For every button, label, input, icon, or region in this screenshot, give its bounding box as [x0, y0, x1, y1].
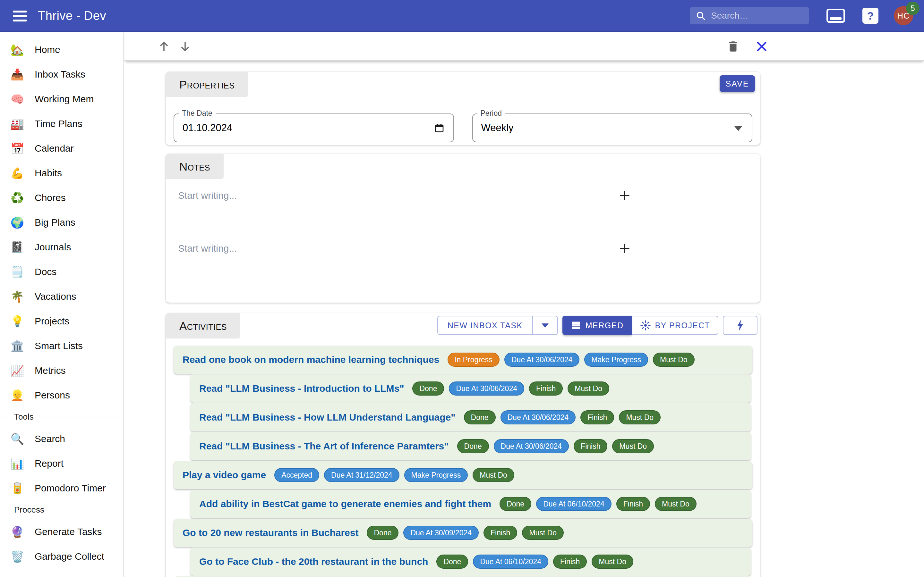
activity-title-link[interactable]: Add ability in BestCat game to generate … [199, 498, 491, 509]
badge-done: Done [412, 382, 444, 396]
view-merged-button[interactable]: MERGED [562, 316, 632, 335]
activity-title-link[interactable]: Go to Face Club - the 20th restaurant in… [199, 556, 428, 567]
muscle-icon: 💪 [10, 168, 25, 179]
chart-up-icon: 📈 [10, 365, 25, 376]
date-input[interactable] [183, 122, 399, 134]
activity-title-link[interactable]: Read "LLM Business - How LLM Understand … [199, 412, 456, 423]
badge-finish: Finish [529, 382, 563, 396]
sidebar-item-big-plans[interactable]: 🌍Big Plans [0, 210, 123, 235]
brain-icon: 🧠 [10, 93, 25, 105]
sidebar-item-chores[interactable]: ♻️Chores [0, 185, 123, 210]
badge-due-at-30-06-2024: Due At 30/06/2024 [504, 353, 580, 367]
sidebar-process-divider: Process [0, 505, 123, 515]
badge-must-do: Must Do [591, 554, 633, 569]
activity-row[interactable]: Read "LLM Business - Introduction to LLM… [190, 374, 751, 403]
badge-make-progress: Make Progress [404, 468, 468, 482]
sidebar-item-smart-lists[interactable]: 🏛️Smart Lists [0, 334, 123, 358]
note-placeholder[interactable]: Start writing... [178, 243, 237, 254]
sidebar-item-calendar[interactable]: 📅Calendar [0, 136, 123, 161]
sidebar-item-label: Smart Lists [35, 340, 83, 351]
activity-row[interactable]: Read one book on modern machine learning… [174, 346, 752, 374]
add-note-button[interactable] [618, 189, 632, 203]
home-icon: 🏡 [10, 44, 25, 55]
sidebar-item-pomodoro-timer[interactable]: 🥫Pomodoro Timer [0, 476, 123, 500]
sidebar-item-persons[interactable]: 👱Persons [0, 383, 123, 408]
activity-row[interactable]: Read "LLM Business - How LLM Understand … [190, 403, 751, 432]
search-input[interactable] [711, 11, 803, 21]
sidebar-process-section: 🔮Generate Tasks🗑️Garbage Collect [0, 519, 123, 569]
activity-title-link[interactable]: Play a video game [183, 470, 266, 480]
sidebar-item-inbox-tasks[interactable]: 📥Inbox Tasks [0, 62, 123, 87]
properties-card: Properties SAVE The Date [166, 72, 760, 145]
sidebar-item-journals[interactable]: 📓Journals [0, 235, 123, 259]
quick-actions-button[interactable] [723, 316, 758, 335]
badge-must-do: Must Do [619, 410, 661, 424]
globe-icon: 🌍 [10, 217, 25, 228]
notification-badge: 5 [906, 2, 919, 15]
badge-due-at-30-06-2024: Due At 30/06/2024 [494, 439, 569, 453]
activity-title-link[interactable]: Read one book on modern machine learning… [183, 354, 439, 365]
sidebar-item-home[interactable]: 🏡Home [0, 37, 123, 62]
save-button[interactable]: SAVE [720, 75, 755, 92]
activity-row[interactable]: Go to Face Club - the 20th restaurant in… [190, 548, 751, 576]
process-section-label: Process [9, 505, 49, 515]
hamburger-menu-icon[interactable] [13, 11, 27, 21]
sidebar-item-working-mem[interactable]: 🧠Working Mem [0, 87, 123, 111]
activity-title-link[interactable]: Read "LLM Business - The Art of Inferenc… [199, 441, 449, 452]
sidebar-item-search[interactable]: 🔍Search [0, 426, 123, 451]
activity-row[interactable]: Add ability in BestCat game to generate … [190, 490, 751, 518]
activity-row[interactable]: Go to 20 new restaurants in BucharestDon… [174, 519, 752, 547]
note-placeholder[interactable]: Start writing... [178, 190, 237, 201]
sidebar-item-projects[interactable]: 💡Projects [0, 309, 123, 334]
account-menu[interactable]: HC 5 [894, 6, 913, 25]
chevron-down-icon [734, 126, 742, 131]
sidebar-item-label: Projects [35, 316, 69, 327]
notes-tab: Notes [166, 154, 224, 179]
help-button[interactable]: ? [863, 8, 879, 24]
sidebar-item-vacations[interactable]: 🌴Vacations [0, 284, 123, 309]
activity-title-link[interactable]: Go to 20 new restaurants in Bucharest [183, 527, 359, 538]
navigate-up-button[interactable] [156, 39, 172, 54]
sidebar-item-label: Search [35, 434, 65, 444]
sidebar-tools-section: 🔍Search📊Report🥫Pomodoro Timer [0, 426, 123, 500]
sidebar-item-generate-tasks[interactable]: 🔮Generate Tasks [0, 519, 123, 544]
properties-tab: Properties [166, 72, 248, 97]
sidebar-item-metrics[interactable]: 📈Metrics [0, 358, 123, 383]
close-button[interactable] [754, 39, 769, 54]
person-icon: 👱 [10, 390, 25, 401]
date-field[interactable]: The Date [174, 113, 454, 142]
sidebar-item-label: Calendar [35, 143, 74, 154]
new-task-dropdown-button[interactable] [533, 316, 558, 335]
badge-must-do: Must Do [612, 439, 654, 453]
delete-button[interactable] [725, 39, 741, 54]
factory-icon: 🏭 [10, 118, 25, 129]
view-by-project-button[interactable]: BY PROJECT [632, 316, 718, 335]
activity-row[interactable]: Play a video gameAcceptedDue At 31/12/20… [174, 461, 752, 489]
global-search[interactable] [690, 7, 809, 24]
period-select[interactable]: Period Weekly [472, 113, 753, 142]
sidebar-item-garbage-collect[interactable]: 🗑️Garbage Collect [0, 544, 123, 569]
activity-title-link[interactable]: Read "LLM Business - Introduction to LLM… [199, 383, 404, 394]
badge-must-do: Must Do [567, 382, 609, 396]
sidebar-item-label: Report [35, 458, 63, 469]
sidebar-item-label: Chores [35, 192, 66, 203]
bank-icon: 🏛️ [10, 340, 25, 351]
add-note-button[interactable] [618, 242, 632, 255]
properties-heading: Properties [179, 78, 234, 91]
badge-done: Done [457, 439, 489, 453]
new-inbox-task-button[interactable]: NEW INBOX TASK [437, 316, 533, 335]
sidebar-item-docs[interactable]: 🗒️Docs [0, 259, 123, 284]
activity-row[interactable]: Read "LLM Business - The Art of Inferenc… [190, 432, 751, 460]
sidebar-item-time-plans[interactable]: 🏭Time Plans [0, 111, 123, 136]
navigate-down-button[interactable] [178, 39, 193, 54]
recycle-icon: ♻️ [10, 192, 25, 203]
dropdown-caret-icon [541, 324, 549, 327]
arrow-down-icon [178, 39, 192, 53]
badge-due-at-06-10-2024: Due At 06/10/2024 [536, 497, 612, 511]
keyboard-shortcuts-button[interactable] [827, 9, 845, 23]
sidebar-item-habits[interactable]: 💪Habits [0, 161, 123, 185]
plus-icon [618, 189, 631, 202]
calendar-picker-icon[interactable] [433, 122, 445, 134]
trash-icon [726, 40, 740, 53]
sidebar-item-report[interactable]: 📊Report [0, 451, 123, 476]
